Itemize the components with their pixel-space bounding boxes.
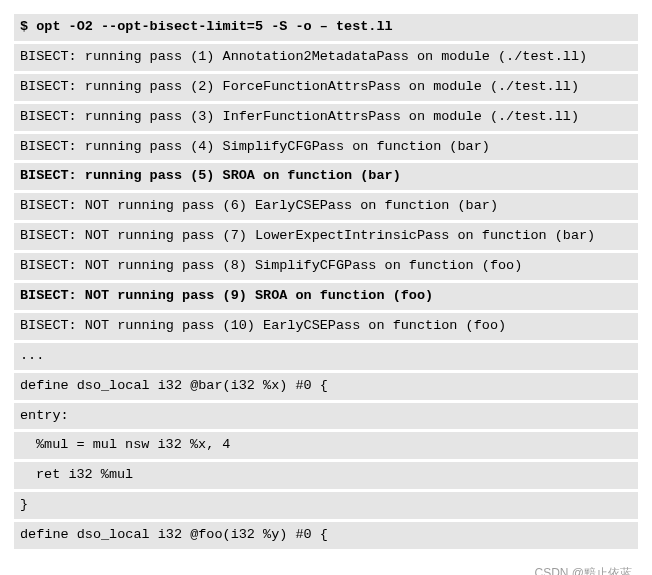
watermark: CSDN @黯止依蓝 bbox=[14, 565, 638, 575]
code-block: $ opt -O2 --opt-bisect-limit=5 -S -o – t… bbox=[14, 14, 638, 549]
code-line: BISECT: NOT running pass (9) SROA on fun… bbox=[14, 283, 638, 310]
code-line: } bbox=[14, 492, 638, 519]
code-line: BISECT: running pass (1) Annotation2Meta… bbox=[14, 44, 638, 71]
code-line: BISECT: running pass (4) SimplifyCFGPass… bbox=[14, 134, 638, 161]
code-line: define dso_local i32 @bar(i32 %x) #0 { bbox=[14, 373, 638, 400]
code-line: BISECT: running pass (5) SROA on functio… bbox=[14, 163, 638, 190]
code-line: BISECT: NOT running pass (7) LowerExpect… bbox=[14, 223, 638, 250]
code-line: entry: bbox=[14, 403, 638, 430]
code-line: BISECT: NOT running pass (8) SimplifyCFG… bbox=[14, 253, 638, 280]
code-line: BISECT: NOT running pass (6) EarlyCSEPas… bbox=[14, 193, 638, 220]
code-line: define dso_local i32 @foo(i32 %y) #0 { bbox=[14, 522, 638, 549]
code-line: $ opt -O2 --opt-bisect-limit=5 -S -o – t… bbox=[14, 14, 638, 41]
code-line: ... bbox=[14, 343, 638, 370]
code-line: BISECT: running pass (2) ForceFunctionAt… bbox=[14, 74, 638, 101]
code-line: BISECT: NOT running pass (10) EarlyCSEPa… bbox=[14, 313, 638, 340]
code-line: %mul = mul nsw i32 %x, 4 bbox=[14, 432, 638, 459]
code-line: ret i32 %mul bbox=[14, 462, 638, 489]
code-line: BISECT: running pass (3) InferFunctionAt… bbox=[14, 104, 638, 131]
